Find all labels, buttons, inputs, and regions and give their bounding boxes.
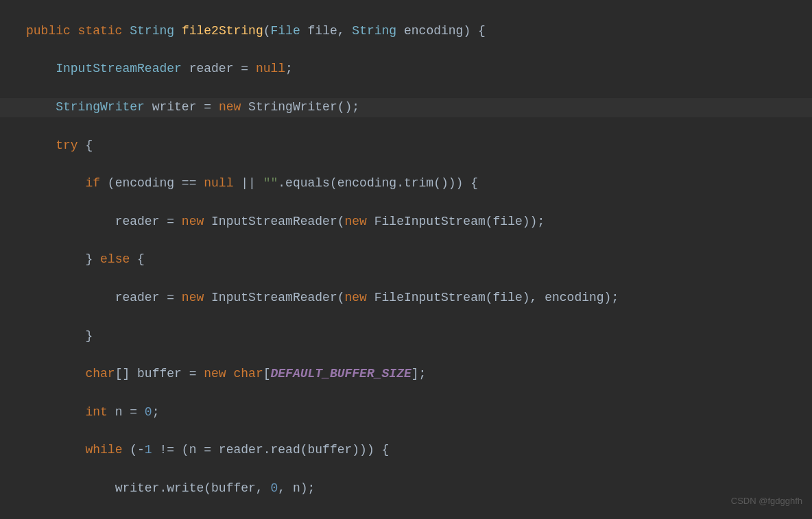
punc: [	[263, 367, 271, 381]
punc: ];	[411, 367, 427, 381]
type: String	[130, 24, 174, 38]
text: reader =	[115, 215, 182, 228]
code-line: char[] buffer = new char[DEFAULT_BUFFER_…	[0, 365, 812, 384]
code-line-highlighted: StringWriter writer = new StringWriter()…	[0, 98, 812, 117]
code-line: try {	[0, 136, 812, 156]
text: writer.write(buffer,	[115, 481, 271, 495]
string: ""	[263, 176, 278, 190]
punc: ();	[337, 100, 359, 114]
code-line: }	[0, 327, 812, 346]
code-line: while (-1 != (n = reader.read(buffer))) …	[0, 441, 812, 460]
keyword: int	[85, 405, 115, 419]
keyword: new char	[204, 367, 263, 381]
type: InputStreamReader	[211, 291, 337, 304]
code-line: public static String file2String(File fi…	[0, 22, 812, 41]
code-line: int n = 0;	[0, 403, 812, 422]
keyword: null	[204, 176, 241, 190]
number: 0	[270, 481, 278, 495]
type: InputStreamReader	[211, 215, 337, 228]
code-line: reader = new InputStreamReader(new FileI…	[0, 213, 812, 232]
params: (File file, String encoding) {	[263, 24, 486, 38]
text: , n);	[278, 481, 315, 495]
text: n =	[115, 405, 145, 419]
punc: (	[337, 291, 345, 304]
keyword: public static	[26, 24, 122, 38]
number: 1	[145, 443, 160, 457]
text: reader =	[115, 291, 182, 304]
punc: {	[85, 138, 93, 152]
keyword: null	[256, 62, 285, 75]
code-line: InputStreamReader reader = null;	[0, 60, 812, 79]
keyword: while	[85, 443, 130, 457]
code-block: public static String file2String(File fi…	[0, 0, 812, 519]
text: (encoding ==	[108, 176, 204, 190]
keyword: new	[182, 291, 211, 304]
code-line: if (encoding == null || "".equals(encodi…	[0, 174, 812, 193]
keyword: new	[219, 100, 248, 114]
constant: DEFAULT_BUFFER_SIZE	[271, 367, 411, 381]
keyword: new	[345, 291, 374, 304]
text: [] buffer =	[115, 367, 204, 381]
text: .equals(encoding.trim())) {	[278, 176, 478, 190]
method-name: file2String	[182, 24, 263, 38]
punc: ;	[285, 62, 293, 75]
code-line: reader = new InputStreamReader(new FileI…	[0, 289, 812, 308]
code-line: writer.write(buffer, 0, n);	[0, 479, 812, 498]
keyword: char	[85, 367, 115, 381]
type: StringWriter	[248, 100, 337, 114]
type: InputStreamReader	[56, 62, 182, 75]
text: (file), encoding);	[486, 291, 619, 304]
text: ||	[241, 176, 263, 190]
text: reader =	[182, 62, 256, 75]
number: 0	[145, 405, 152, 419]
watermark: CSDN @fgdgghfh	[731, 492, 802, 511]
punc: }	[85, 252, 100, 266]
keyword: if	[85, 176, 107, 190]
keyword: else	[100, 252, 137, 266]
text: writer =	[145, 100, 219, 114]
type: FileInputStream	[374, 291, 486, 304]
text: != (n = reader.read(buffer))) {	[159, 443, 389, 457]
keyword: new	[345, 215, 374, 228]
type: FileInputStream	[374, 215, 486, 228]
punc: {	[137, 252, 145, 266]
punc: (	[337, 215, 345, 228]
type: StringWriter	[56, 100, 145, 114]
text: (file));	[486, 215, 545, 228]
punc: ;	[152, 405, 160, 419]
code-line: } else {	[0, 250, 812, 269]
keyword: try	[56, 138, 85, 152]
text: (-	[130, 443, 145, 457]
keyword: new	[182, 215, 211, 228]
punc: }	[85, 329, 93, 343]
